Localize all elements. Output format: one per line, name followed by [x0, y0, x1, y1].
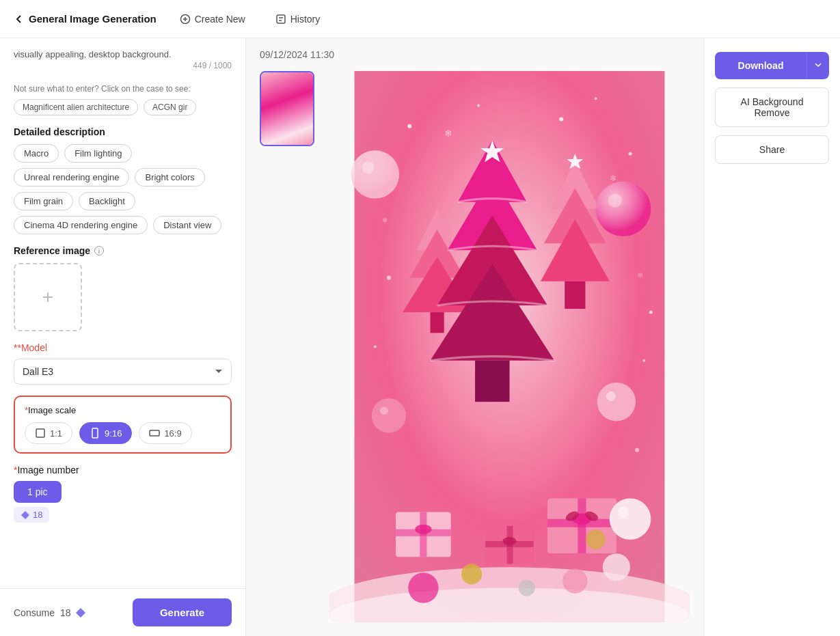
char-count: 449 / 1000: [14, 61, 232, 70]
right-panel: Download AI Background Remove Share: [703, 38, 840, 636]
suggestion-chip-alien[interactable]: Magnificent alien architecture: [14, 99, 138, 115]
consume-label: Consume: [14, 607, 55, 618]
svg-point-40: [596, 181, 651, 236]
svg-point-57: [477, 104, 480, 107]
reference-image-title: Reference image: [14, 245, 90, 256]
chip-macro[interactable]: Macro: [14, 144, 59, 163]
history-button[interactable]: History: [269, 10, 327, 29]
suggestion-note: Not sure what to enter? Click on the cas…: [14, 84, 232, 94]
image-scale-section: *Image scale 1:1 9:16: [14, 396, 232, 454]
svg-point-64: [374, 345, 377, 348]
thumbnail-column: [260, 71, 321, 622]
image-scale-label: *Image scale: [25, 405, 221, 415]
svg-point-39: [502, 537, 516, 545]
svg-text:i: i: [98, 248, 100, 255]
svg-text:❄: ❄: [382, 217, 388, 224]
main-image-container: ❄ ❄ ❄ ❄: [329, 71, 690, 622]
image-area: ❄ ❄ ❄ ❄: [246, 71, 703, 636]
chevron-down-icon: [814, 61, 822, 69]
chip-film-grain[interactable]: Film grain: [14, 192, 73, 210]
main-layout: visually appealing, desktop background. …: [0, 38, 840, 636]
svg-rect-18: [565, 281, 585, 309]
share-button[interactable]: Share: [715, 135, 829, 164]
reference-image-section: Reference image i +: [14, 245, 232, 331]
svg-rect-6: [150, 430, 159, 436]
scale-option-9-16[interactable]: 9:16: [79, 422, 132, 444]
suggestion-chip-acgn[interactable]: ACGN gir: [144, 99, 196, 115]
chip-distant-view[interactable]: Distant view: [153, 216, 221, 234]
diamond-icon: [21, 510, 30, 520]
svg-point-53: [461, 564, 482, 584]
svg-point-49: [618, 507, 629, 518]
image-number-button[interactable]: 1 pic: [14, 481, 62, 503]
scale-option-1-1[interactable]: 1:1: [25, 422, 72, 444]
svg-point-42: [351, 150, 399, 199]
svg-marker-7: [21, 511, 29, 519]
svg-point-59: [629, 152, 632, 156]
chip-film-lighting[interactable]: Film lighting: [64, 144, 132, 163]
svg-point-56: [407, 124, 411, 128]
svg-point-47: [380, 406, 388, 415]
prompt-partial-text: visually appealing, desktop background.: [14, 49, 232, 59]
svg-point-41: [608, 194, 622, 208]
suggestions-section: Not sure what to enter? Click on the cas…: [14, 81, 232, 115]
detail-chips: Macro Film lighting Unreal rendering eng…: [14, 144, 232, 234]
prompt-partial-section: visually appealing, desktop background. …: [14, 49, 232, 70]
svg-point-54: [519, 579, 535, 596]
chip-unreal[interactable]: Unreal rendering engine: [14, 168, 129, 186]
image-number-label: *Image number: [14, 465, 232, 475]
image-number-section: *Image number 1 pic 18: [14, 465, 232, 523]
consume-text: Consume 18: [14, 607, 86, 618]
model-select[interactable]: Dall E3 Stable Diffusion Midjourney: [14, 359, 232, 385]
scale-option-16-9[interactable]: 16:9: [139, 422, 191, 444]
generate-button[interactable]: Generate: [133, 598, 232, 626]
svg-point-61: [387, 276, 391, 280]
suggestion-chips: Magnificent alien architecture ACGN gir: [14, 99, 232, 115]
main-image: ❄ ❄ ❄ ❄: [329, 71, 690, 622]
svg-point-58: [559, 117, 563, 122]
download-main-button[interactable]: Download: [715, 52, 807, 79]
svg-rect-28: [578, 498, 586, 553]
svg-rect-24: [475, 361, 509, 402]
consume-amount: 18: [60, 607, 71, 618]
model-label: **Model: [14, 342, 232, 353]
svg-point-45: [606, 391, 616, 401]
chip-bright-colors[interactable]: Bright colors: [135, 168, 204, 186]
cost-value: 18: [33, 510, 42, 520]
image-timestamp: 09/12/2024 11:30: [260, 49, 334, 60]
svg-point-48: [610, 498, 651, 540]
svg-point-50: [408, 572, 438, 603]
thumbnail-1[interactable]: [260, 71, 314, 146]
create-new-button[interactable]: Create New: [173, 10, 252, 29]
ai-background-remove-button[interactable]: AI Background Remove: [715, 87, 829, 127]
back-button[interactable]: General Image Generation: [14, 13, 157, 25]
app-title: General Image Generation: [29, 13, 157, 25]
history-label: History: [290, 14, 321, 25]
download-button-group: Download: [715, 52, 829, 79]
svg-point-55: [586, 530, 605, 549]
plus-icon: +: [42, 286, 53, 308]
header: General Image Generation Create New Hist…: [0, 0, 840, 38]
chip-cinema4d[interactable]: Cinema 4D rendering engine: [14, 216, 148, 234]
center-content: 09/12/2024 11:30: [246, 38, 703, 636]
svg-point-43: [362, 161, 375, 174]
svg-point-46: [372, 398, 406, 432]
svg-text:❄: ❄: [610, 174, 617, 183]
chip-backlight[interactable]: Backlight: [79, 192, 135, 210]
svg-point-52: [603, 553, 630, 581]
model-section: **Model Dall E3 Stable Diffusion Midjour…: [14, 342, 232, 385]
scale-1-1-label: 1:1: [50, 428, 62, 439]
image-number-cost: 18: [14, 507, 49, 523]
svg-point-35: [415, 525, 431, 534]
scale-9-16-label: 9:16: [105, 428, 122, 439]
svg-point-63: [635, 448, 639, 452]
scale-16-9-label: 16:9: [164, 428, 181, 439]
svg-text:❄: ❄: [637, 271, 643, 279]
reference-image-upload[interactable]: +: [14, 263, 82, 331]
diamond-icon-footer: [75, 607, 86, 618]
create-new-label: Create New: [195, 14, 245, 25]
sidebar-footer: Consume 18 Generate: [0, 588, 246, 636]
svg-point-65: [642, 359, 645, 362]
download-dropdown-button[interactable]: [807, 52, 829, 79]
svg-rect-14: [430, 312, 444, 333]
